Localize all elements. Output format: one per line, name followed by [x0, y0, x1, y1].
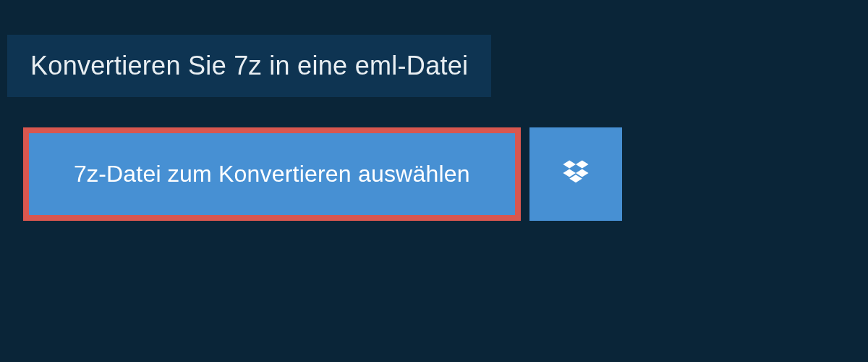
action-row: 7z-Datei zum Konvertieren auswählen — [23, 127, 868, 221]
select-file-button[interactable]: 7z-Datei zum Konvertieren auswählen — [29, 133, 515, 215]
dropbox-button[interactable] — [529, 127, 622, 221]
page-header: Konvertieren Sie 7z in eine eml-Datei — [7, 35, 491, 97]
dropbox-icon — [560, 157, 592, 191]
select-file-highlight: 7z-Datei zum Konvertieren auswählen — [23, 127, 521, 221]
page-title: Konvertieren Sie 7z in eine eml-Datei — [30, 51, 468, 81]
